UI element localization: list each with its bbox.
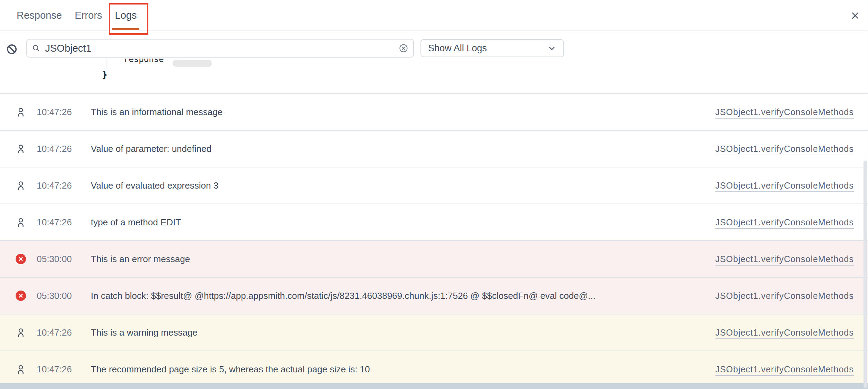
clear-circle-icon — [399, 43, 408, 53]
user-icon — [16, 217, 26, 228]
log-row[interactable]: 10:47:26 type of a method EDIT JSObject1… — [0, 204, 868, 240]
log-filter-value: Show All Logs — [428, 43, 547, 54]
tab-errors[interactable]: Errors — [75, 0, 102, 31]
log-timestamp: 10:47:26 — [37, 327, 91, 338]
log-timestamp: 10:47:26 — [37, 217, 91, 228]
log-row[interactable]: 10:47:26 Value of evaluated expression 3… — [0, 167, 868, 204]
error-icon — [16, 291, 26, 301]
error-icon — [16, 254, 26, 264]
search-icon — [32, 44, 40, 52]
debugger-panel: Response Errors Logs — [0, 0, 868, 389]
user-icon — [16, 180, 26, 191]
log-row[interactable]: 05:30:00 This is an error message JSObje… — [0, 240, 868, 277]
log-message: The recommended page size is 5, whereas … — [91, 364, 715, 375]
json-value-pill — [173, 60, 212, 67]
user-icon — [16, 143, 26, 154]
clear-search-button[interactable] — [399, 43, 408, 53]
log-timestamp: 10:47:26 — [37, 107, 91, 118]
log-filter-dropdown[interactable]: Show All Logs — [420, 39, 564, 57]
tab-response-label: Response — [17, 10, 62, 21]
log-message: type of a method EDIT — [91, 217, 715, 228]
user-icon — [16, 364, 26, 375]
log-message: This is an error message — [91, 254, 715, 265]
log-row[interactable]: 10:47:26 The recommended page size is 5,… — [0, 351, 868, 383]
tab-logs[interactable]: Logs — [115, 0, 137, 31]
log-source-link[interactable]: JSObject1.verifyConsoleMethods — [715, 364, 854, 374]
log-timestamp: 05:30:00 — [37, 291, 91, 301]
logs-filter-bar: Show All Logs — [0, 31, 868, 59]
json-tree-guide — [106, 59, 106, 69]
log-source-link[interactable]: JSObject1.verifyConsoleMethods — [715, 291, 854, 301]
log-source-link[interactable]: JSObject1.verifyConsoleMethods — [715, 181, 854, 191]
vertical-scrollbar-thumb[interactable] — [863, 161, 867, 388]
log-timestamp: 05:30:00 — [37, 254, 91, 265]
active-tab-underline — [112, 28, 140, 30]
log-row[interactable]: 10:47:26 This is an informational messag… — [0, 93, 868, 130]
log-message: Value of parameter: undefined — [91, 144, 715, 154]
log-source-link[interactable]: JSObject1.verifyConsoleMethods — [715, 144, 854, 154]
log-timestamp: 10:47:26 — [37, 364, 91, 375]
log-timestamp: 10:47:26 — [37, 180, 91, 191]
log-search-box — [26, 39, 414, 58]
log-message: In catch block: $$result@ @https://app.a… — [91, 291, 715, 301]
log-source-link[interactable]: JSObject1.verifyConsoleMethods — [715, 254, 854, 264]
chevron-down-icon — [547, 44, 556, 53]
tab-response[interactable]: Response — [17, 0, 62, 31]
debugger-tab-bar: Response Errors Logs — [0, 0, 868, 31]
user-icon — [16, 106, 26, 118]
close-button[interactable] — [850, 11, 860, 20]
log-source-link[interactable]: JSObject1.verifyConsoleMethods — [715, 217, 854, 227]
log-row[interactable]: 05:30:00 In catch block: $$result@ @http… — [0, 277, 868, 314]
ban-icon — [6, 44, 17, 55]
user-icon — [16, 327, 26, 338]
json-closing-brace: } — [102, 69, 107, 80]
log-source-link[interactable]: JSObject1.verifyConsoleMethods — [715, 107, 854, 117]
log-search-input[interactable] — [45, 43, 399, 54]
json-response-key: response — [124, 59, 164, 64]
log-timestamp: 10:47:26 — [37, 144, 91, 154]
log-list: response } 10:47:26 This is an informati… — [0, 59, 868, 383]
bottom-edge-strip — [0, 383, 868, 389]
tab-errors-label: Errors — [75, 10, 102, 21]
log-message: This is a warning message — [91, 327, 715, 338]
tab-logs-label: Logs — [115, 10, 137, 21]
log-message: Value of evaluated expression 3 — [91, 180, 715, 191]
close-icon — [851, 11, 860, 20]
log-row[interactable]: 10:47:26 This is a warning message JSObj… — [0, 314, 868, 351]
log-row[interactable]: 10:47:26 Value of parameter: undefined J… — [0, 130, 868, 167]
log-message: This is an informational message — [91, 107, 715, 118]
log-rows: 10:47:26 This is an informational messag… — [0, 93, 868, 383]
clear-logs-button[interactable] — [6, 44, 17, 55]
log-source-link[interactable]: JSObject1.verifyConsoleMethods — [715, 328, 854, 338]
scrolled-json-entry: response } — [0, 59, 868, 93]
